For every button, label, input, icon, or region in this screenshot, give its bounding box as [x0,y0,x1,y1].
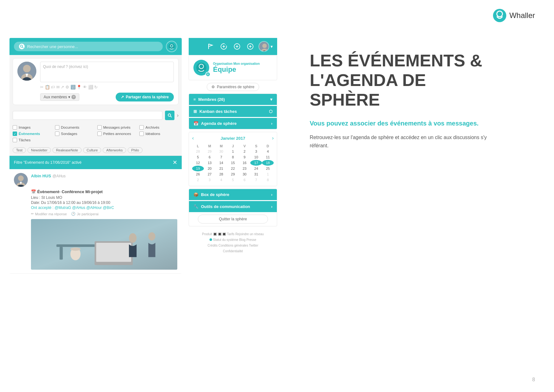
cal-cell-w4-2[interactable]: 28 [216,171,227,177]
cal-cell-w2-3[interactable]: 15 [227,160,239,166]
cal-cell-w2-2[interactable]: 14 [216,160,227,166]
cal-cell-w0-4[interactable]: 2 [239,149,250,154]
cal-cell-w5-5[interactable]: 7 [250,177,262,183]
share-button[interactable]: ↗ Partager dans la sphère [116,93,174,101]
cal-cell-w0-5[interactable]: 3 [250,149,262,154]
calendar-grid: L M M J V S D 28 29 30 [192,144,274,183]
tag-philo[interactable]: Philo [128,147,142,153]
recipients-dropdown[interactable]: Aux membres ▾ ? [40,93,79,101]
participate-link[interactable]: 🕐 Je participerai [71,212,98,216]
checkbox-archives-box[interactable] [139,125,144,130]
checkbox-petites-annonces-box[interactable] [97,132,102,136]
add-circle3-button[interactable] [245,41,255,52]
cal-cell-w5-2[interactable]: 4 [216,177,227,183]
cal-cell-w4-1[interactable]: 27 [204,171,216,177]
cal-cell-w5-4[interactable]: 6 [239,177,250,183]
post-item-author: Albin HUS @AHus [31,173,66,179]
sphere-menu-agenda[interactable]: 📅 Agenda de sphère › [189,118,277,129]
cal-cell-w1-4[interactable]: 9 [239,154,250,160]
cal-cell-w1-0[interactable]: 5 [192,154,204,160]
post-text-input[interactable]: Quoi de neuf ? (écrivez ici) [40,62,174,82]
cal-cell-w2-4[interactable]: 16 [239,160,250,166]
cal-cell-w0-1[interactable]: 29 [204,149,216,154]
close-filter-button[interactable]: ✕ [173,159,177,166]
checkbox-messages-prives[interactable]: Messages privés [97,125,137,130]
text-panel-title: LES ÉVÉNEMENTS & L'AGENDA DE SPHÈRE [310,51,493,109]
cal-cell-w1-2[interactable]: 7 [216,154,227,160]
cal-cell-w2-5[interactable]: 17 [250,160,262,166]
checkbox-images-box[interactable] [13,125,17,130]
cal-cell-w4-3[interactable]: 29 [227,171,239,177]
cal-cell-w1-3[interactable]: 8 [227,154,239,160]
checkbox-petites-annonces[interactable]: Petites annonces [97,132,137,136]
sphere-box-button[interactable]: 📦 Box de sphère › [189,189,277,200]
calendar-next-button[interactable]: › [272,135,274,141]
checkbox-taches-box[interactable] [13,138,17,142]
tag-realeasenote[interactable]: RealeaseNote [52,147,82,153]
cal-cell-w3-4[interactable]: 23 [239,166,250,171]
checkbox-messages-prives-box[interactable] [97,125,102,130]
quit-sphere-button[interactable]: Quitter la sphère [198,215,268,224]
cal-cell-w0-2[interactable]: 30 [216,149,227,154]
recipients-help-icon: ? [71,95,76,99]
sphere-menu-kanban[interactable]: ⊞ Kanban des tâches ⬡ [189,106,277,117]
sphere-outils-button[interactable]: 🔧 Outils de communication › [189,201,277,212]
checkbox-ideations[interactable]: Idéations [139,132,179,136]
checkbox-sondages-box[interactable] [55,132,59,136]
flag-icon-button[interactable] [205,41,216,52]
cal-cell-w2-1[interactable]: 13 [204,160,216,166]
cal-cell-w5-0[interactable]: 2 [192,177,204,183]
cal-cell-w0-6[interactable]: 4 [262,149,274,154]
cal-cell-w5-1[interactable]: 3 [204,177,216,183]
cal-cell-w1-5[interactable]: 10 [250,154,262,160]
checkbox-evenements-box[interactable] [13,132,17,136]
modify-response-link[interactable]: ✏ Modifier ma réponse [31,212,67,216]
post-input-area[interactable]: Quoi de neuf ? (écrivez ici) [40,62,174,82]
tag-newsletter[interactable]: Newsletter [27,147,51,153]
checkbox-ideations-box[interactable] [139,132,144,136]
cal-cell-w1-1[interactable]: 6 [204,154,216,160]
box-icon: 📦 [193,192,198,197]
add-circle2-button[interactable] [232,41,242,52]
checkbox-archives[interactable]: Archivés [139,125,179,130]
cal-cell-w3-6[interactable]: 25 [262,166,274,171]
svg-rect-21 [96,243,131,262]
cal-cell-w4-0[interactable]: 26 [192,171,204,177]
cal-cell-w5-6[interactable]: 8 [262,177,274,183]
filter-expand-button[interactable]: › [177,113,179,118]
tag-afterworks[interactable]: Afterworks [103,147,126,153]
message-search-input[interactable] [13,111,162,120]
cal-cell-w0-3[interactable]: 1 [227,149,239,154]
checkbox-evenements[interactable]: Évènements [13,132,52,136]
add-circle1-button[interactable]: + [219,41,229,52]
cal-cell-w1-6[interactable]: 11 [262,154,274,160]
cal-cell-w4-5[interactable]: 31 [250,171,262,177]
calendar-prev-button[interactable]: ‹ [192,135,194,141]
cal-cell-w5-3[interactable]: 5 [227,177,239,183]
cal-cell-w3-1[interactable]: 20 [204,166,216,171]
cal-cell-w3-5[interactable]: 24 [250,166,262,171]
cal-cell-w4-6[interactable]: 1 [262,171,274,177]
cal-cell-w2-6[interactable]: 18 [262,160,274,166]
checkbox-documents[interactable]: Documents [55,125,94,130]
person-search-bar[interactable]: Rechercher une personne... [14,42,163,51]
user-menu[interactable]: ▾ [259,41,273,52]
cal-cell-w3-3[interactable]: 22 [227,166,239,171]
sphere-params-button[interactable]: ⚙ Paramètres de sphère [207,83,259,91]
cal-cell-w0-0[interactable]: 28 [192,149,204,154]
message-search-button[interactable] [165,111,174,120]
checkbox-sondages[interactable]: Sondages [55,132,94,136]
post-item: Albin HUS @AHus 📅 Évènement- Conférence … [9,169,182,274]
cal-cell-w2-0[interactable]: 12 [192,160,204,166]
cal-cell-w3-2[interactable]: 21 [216,166,227,171]
checkbox-images[interactable]: Images [13,125,52,130]
svg-point-19 [70,248,81,251]
tag-culture[interactable]: Culture [83,147,101,153]
filter-checkbox-grid: Images Documents Messages privés Archivé… [13,125,179,142]
tag-test[interactable]: Test [13,147,26,153]
checkbox-taches[interactable]: Tâches [13,138,52,142]
cal-cell-w4-4[interactable]: 30 [239,171,250,177]
checkbox-documents-box[interactable] [55,125,59,130]
sphere-menu-membres[interactable]: ≡ Membres (26) ▾ [189,94,277,105]
cal-cell-w3-0[interactable]: 19 [192,166,204,171]
